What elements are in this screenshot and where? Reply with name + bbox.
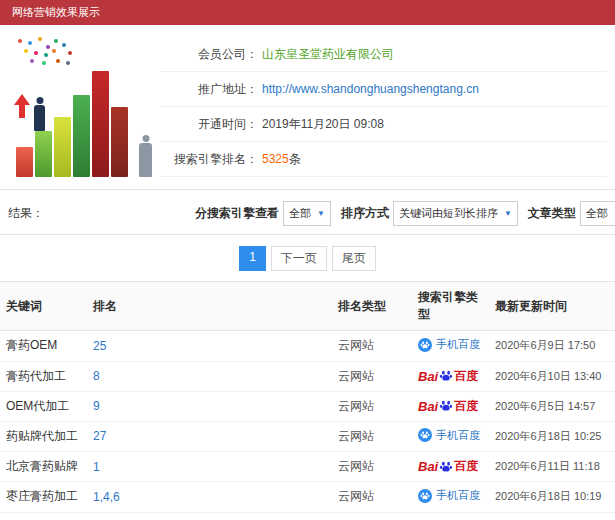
- keyword-cell: 枣庄膏药加工: [0, 482, 87, 513]
- rank-cell[interactable]: 4: [87, 512, 332, 520]
- column-header-engine-type: 搜索引擎类型: [412, 282, 489, 331]
- keyword-cell: 膏药代加工: [0, 361, 87, 391]
- chart-bar: [73, 95, 90, 177]
- mobile-baidu-badge: 手机百度: [418, 488, 480, 503]
- rank-type-cell: 云网站: [332, 331, 412, 362]
- engine-cell: Bai 百度: [412, 452, 489, 482]
- table-row: 北京膏药贴牌 1 云网站 Bai 百度 2020年6月11日 11:18: [0, 452, 615, 482]
- keyword-cell: 药贴牌代加工: [0, 421, 87, 452]
- column-header-rank: 排名: [87, 282, 332, 331]
- chart-bar: [111, 107, 128, 177]
- pagination-last-button[interactable]: 尾页: [332, 246, 376, 271]
- rank-cell[interactable]: 1,4,6: [87, 482, 332, 513]
- rank-type-cell: 云网站: [332, 512, 412, 520]
- rank-type-cell: 云网站: [332, 421, 412, 452]
- updated-cell: 2020年6月18日 10:19: [489, 482, 615, 513]
- engine-rank-count: 5325: [262, 152, 289, 166]
- table-header-row: 关键词 排名 排名类型 搜索引擎类型 最新更新时间: [0, 282, 615, 331]
- mobile-baidu-icon: [418, 428, 432, 442]
- rank-type-cell: 云网站: [332, 361, 412, 391]
- businessman-figure-right: [139, 143, 152, 177]
- mobile-baidu-icon: [418, 338, 432, 352]
- table-row: 医疗器械厂家 4 云网站 Bai 百度 2020年5月29日 10:32: [0, 512, 615, 520]
- mobile-baidu-badge: 手机百度: [418, 337, 480, 352]
- rank-cell[interactable]: 8: [87, 361, 332, 391]
- chart-bar: [54, 117, 71, 177]
- chevron-down-icon: [317, 209, 325, 218]
- open-time-row: 开通时间： 2019年11月20日 09:08: [160, 107, 607, 142]
- growth-arrow-icon: [14, 94, 30, 105]
- confetti-dots-icon: [18, 39, 22, 43]
- pagination: 1 下一页 尾页: [0, 234, 615, 281]
- keyword-ranking-table: 关键词 排名 排名类型 搜索引擎类型 最新更新时间 膏药OEM 25 云网站 手…: [0, 281, 615, 520]
- mobile-baidu-icon: [418, 489, 432, 503]
- table-row: OEM代加工 9 云网站 Bai 百度 2020年6月5日 14:57: [0, 391, 615, 421]
- page-title: 网络营销效果展示: [12, 6, 100, 18]
- engine-label: 手机百度: [436, 488, 480, 503]
- engine-label: 手机百度: [436, 337, 480, 352]
- keyword-cell: 医疗器械厂家: [0, 512, 87, 520]
- chart-bar: [16, 147, 33, 177]
- table-row: 药贴牌代加工 27 云网站 手机百度 2020年6月18日 10:25: [0, 421, 615, 452]
- member-company-label: 会员公司：: [160, 46, 258, 63]
- baidu-logo: Bai 百度: [418, 398, 478, 415]
- chart-bar: [35, 131, 52, 177]
- engine-filter-select[interactable]: 全部: [283, 201, 331, 226]
- updated-cell: 2020年6月9日 17:50: [489, 331, 615, 362]
- titlebar: 网络营销效果展示: [0, 0, 615, 25]
- sort-filter-select[interactable]: 关键词由短到长排序: [393, 201, 518, 226]
- table-row: 枣庄膏药加工 1,4,6 云网站 手机百度 2020年6月18日 10:19: [0, 482, 615, 513]
- engine-cell: 手机百度: [412, 482, 489, 513]
- rank-type-cell: 云网站: [332, 391, 412, 421]
- businessman-figure-left: [34, 105, 45, 131]
- engine-cell: Bai 百度: [412, 361, 489, 391]
- column-header-rank-type: 排名类型: [332, 282, 412, 331]
- info-section: 会员公司： 山东皇圣堂药业有限公司 推广地址： http://www.shand…: [0, 25, 615, 189]
- engine-cell: Bai 百度: [412, 391, 489, 421]
- keyword-cell: 北京膏药贴牌: [0, 452, 87, 482]
- marketing-illustration: [8, 33, 158, 185]
- engine-filter-label: 分搜索引擎查看: [195, 205, 279, 222]
- member-company-row: 会员公司： 山东皇圣堂药业有限公司: [160, 37, 607, 72]
- result-label: 结果：: [8, 205, 44, 222]
- rank-type-cell: 云网站: [332, 452, 412, 482]
- filter-controls: 分搜索引擎查看 全部 排序方式 关键词由短到长排序 文章类型 全部 提交: [195, 200, 615, 227]
- rank-cell[interactable]: 9: [87, 391, 332, 421]
- baidu-paw-icon: [439, 460, 453, 474]
- sort-filter-label: 排序方式: [341, 205, 389, 222]
- article-type-filter-label: 文章类型: [528, 205, 576, 222]
- engine-cell: 手机百度: [412, 421, 489, 452]
- pagination-current-page[interactable]: 1: [239, 246, 266, 271]
- article-type-filter-select[interactable]: 全部: [580, 201, 615, 226]
- chevron-down-icon: [504, 209, 512, 218]
- engine-cell: 手机百度: [412, 331, 489, 362]
- promo-url-link[interactable]: http://www.shandonghuangshengtang.cn: [262, 82, 479, 96]
- mobile-baidu-badge: 手机百度: [418, 428, 480, 443]
- column-header-updated: 最新更新时间: [489, 282, 615, 331]
- rank-type-cell: 云网站: [332, 482, 412, 513]
- updated-cell: 2020年6月18日 10:25: [489, 421, 615, 452]
- keyword-cell: OEM代加工: [0, 391, 87, 421]
- engine-filter-value: 全部: [289, 206, 311, 221]
- rank-cell[interactable]: 27: [87, 421, 332, 452]
- keyword-cell: 膏药OEM: [0, 331, 87, 362]
- table-row: 膏药OEM 25 云网站 手机百度 2020年6月9日 17:50: [0, 331, 615, 362]
- column-header-keyword: 关键词: [0, 282, 87, 331]
- sort-filter-value: 关键词由短到长排序: [399, 206, 498, 221]
- table-row: 膏药代加工 8 云网站 Bai 百度 2020年6月10日 13:40: [0, 361, 615, 391]
- rank-cell[interactable]: 25: [87, 331, 332, 362]
- updated-cell: 2020年5月29日 10:32: [489, 512, 615, 520]
- rank-cell[interactable]: 1: [87, 452, 332, 482]
- engine-rank-unit: 条: [289, 151, 301, 168]
- engine-label: 手机百度: [436, 428, 480, 443]
- engine-cell: Bai 百度: [412, 512, 489, 520]
- updated-cell: 2020年6月11日 11:18: [489, 452, 615, 482]
- engine-rank-label: 搜索引擎排名：: [160, 151, 258, 168]
- baidu-paw-icon: [439, 399, 453, 413]
- open-time-label: 开通时间：: [160, 116, 258, 133]
- engine-rank-row: 搜索引擎排名： 5325 条: [160, 142, 607, 177]
- pagination-next-button[interactable]: 下一页: [271, 246, 327, 271]
- baidu-logo: Bai 百度: [418, 458, 478, 475]
- chart-bar: [92, 71, 109, 177]
- member-info-panel: 会员公司： 山东皇圣堂药业有限公司 推广地址： http://www.shand…: [160, 33, 607, 189]
